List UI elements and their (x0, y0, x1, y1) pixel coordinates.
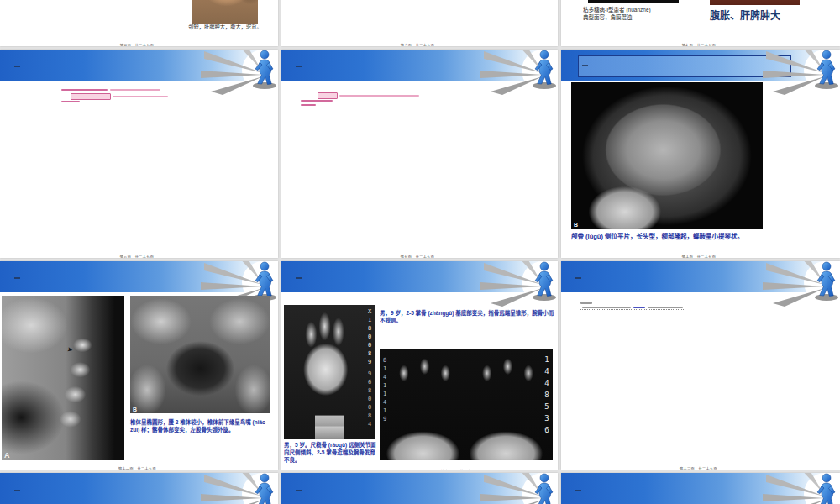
slide-footer: 第八页，共二十九页。 (0, 249, 278, 258)
slide-thumbnail-9[interactable]: 第九页，共二十九页。 (281, 50, 558, 258)
illegible-text-line (301, 104, 316, 106)
slide-header-bar (561, 50, 840, 81)
xray-caption-top: 男，9 岁，2-5 掌骨 (zhǎnggǔ) 基底部变尖，指骨远端呈锥形，腕骨小… (380, 309, 554, 339)
header-title-placeholder (296, 490, 302, 491)
pinwheel-person-clipart (469, 50, 558, 97)
slide-footer: 第十三页，共二十九页。第十二页，共二十九页。 (281, 463, 558, 470)
hands-xray-image: 1448536 81411419 (380, 349, 553, 460)
pinwheel-person-clipart (189, 473, 278, 504)
pelvis-xray-image: B (130, 296, 270, 413)
slide-header-bar (561, 473, 840, 504)
xray-caption: 颅骨 (lúgǔ) 侧位平片，长头型，额部隆起，蝶鞍呈小提琴状。 (571, 232, 773, 249)
illegible-text-line (339, 95, 419, 97)
slide-thumbnail-11[interactable]: ➤ A B 椎体呈椭圆形，腰 2 椎体较小，椎体前下缘呈鸟嘴 (niǎo zuǐ… (0, 261, 278, 470)
pinwheel-person-clipart (751, 473, 840, 504)
pinyin-annotation (633, 307, 645, 308)
illegible-text-line (582, 307, 631, 308)
slide-footer: 第十页，共二十九页。 (561, 249, 840, 258)
slide-thumbnail-13[interactable]: 第十三页，共二十九页。 (561, 261, 840, 470)
slide-footer: 第九页，共二十九页。 (281, 249, 558, 258)
highlighted-term (71, 93, 111, 100)
illegible-underlined-text (580, 304, 685, 310)
pinwheel-person-clipart (469, 473, 558, 504)
slide-header-bar (281, 261, 558, 292)
film-number: 81411419 (381, 357, 388, 424)
slide-footer: 第六页，共二十九页。 (281, 37, 558, 46)
slide-header-bar (0, 50, 278, 81)
clinical-photo (192, 0, 258, 24)
header-title-placeholder (575, 490, 581, 491)
slide-thumbnail-12[interactable]: X180089 9680084 男，9 岁，2-5 掌骨 (zhǎnggǔ) 基… (281, 261, 558, 470)
pinwheel-person-clipart (751, 261, 840, 309)
slide-thumbnail-10[interactable]: B 颅骨 (lúgǔ) 侧位平片，长头型，额部隆起，蝶鞍呈小提琴状。 第十页，共… (561, 50, 840, 258)
header-title-placeholder (575, 277, 581, 279)
highlighted-term (318, 92, 338, 99)
illegible-text-line (61, 89, 108, 91)
clinical-photo-abdomen (710, 0, 800, 5)
slide-header-bar (0, 473, 278, 504)
hand-xray-image: X180089 9680084 (284, 305, 375, 439)
slide-thumbnail-8[interactable]: 第八页，共二十九页。 (0, 50, 278, 258)
illegible-text-line (113, 96, 168, 97)
header-title-placeholder (296, 66, 302, 67)
header-title-placeholder (14, 277, 20, 279)
slide-thumbnail-16[interactable] (561, 473, 840, 504)
header-title-placeholder (582, 65, 588, 66)
film-number: X180089 (366, 308, 373, 367)
slide-footer: 第五页，共二十九页。 (0, 37, 278, 46)
illegible-text-line (301, 100, 333, 102)
film-number: 1448536 (543, 355, 551, 438)
pinwheel-person-clipart (189, 50, 278, 97)
slide-thumbnail-5[interactable]: 颈短，肝脾肿大，腹大，驼背。 第五页，共二十九页。 (0, 0, 278, 46)
film-label: A (4, 451, 10, 459)
header-title-placeholder (14, 490, 20, 491)
slide-header-bar (281, 50, 558, 81)
slide-thumbnail-7[interactable]: 粘多糖病-Ⅰ型患者 (huànzhě) 典型面容，角膜混浊 腹胀、肝脾肿大 第七… (561, 0, 840, 46)
slide-header-bar (0, 261, 278, 292)
clinical-photo-face (588, 0, 679, 3)
slide-footer: 第十一页，共二十九页。 (0, 460, 278, 470)
slide-footer: 第十三页，共二十九页。 (561, 460, 840, 470)
illegible-text-line (61, 101, 80, 102)
slide-grid: 颈短，肝脾肿大，腹大，驼背。 第五页，共二十九页。 第六页，共二十九页。 粘多糖… (0, 0, 840, 504)
header-title-placeholder (296, 277, 302, 279)
slide-thumbnail-6[interactable]: 第六页，共二十九页。 (281, 0, 558, 46)
photo-caption: 颈短，肝脾肿大，腹大，驼背。 (188, 24, 262, 39)
spine-xray-image: ➤ A (2, 296, 124, 460)
film-number: 9680084 (366, 370, 373, 429)
annotation-arrow-icon: ➤ (66, 345, 74, 354)
photo-caption-right: 腹胀、肝脾肿大 (710, 8, 804, 22)
photo-caption-left: 粘多糖病-Ⅰ型患者 (huànzhě) 典型面容，角膜混浊 (583, 6, 684, 36)
slide-footer: 第七页，共二十九页。 (561, 37, 840, 46)
film-label: B (574, 222, 578, 228)
xray-caption: 椎体呈椭圆形，腰 2 椎体较小，椎体前下缘呈鸟嘴 (niǎo zuǐ) 样；髂骨… (130, 418, 271, 449)
title-placeholder-box (578, 55, 791, 77)
header-title-placeholder (14, 66, 20, 67)
slide-thumbnail-15[interactable] (281, 473, 558, 504)
illegible-text-line (110, 89, 160, 91)
illegible-text-line (648, 307, 683, 308)
slide-header-bar (281, 473, 558, 504)
film-label: B (133, 407, 137, 412)
pinwheel-person-clipart (469, 261, 558, 309)
skull-xray-image: B (571, 82, 763, 229)
slide-header-bar (561, 261, 840, 292)
slide-thumbnail-14[interactable] (0, 473, 278, 504)
